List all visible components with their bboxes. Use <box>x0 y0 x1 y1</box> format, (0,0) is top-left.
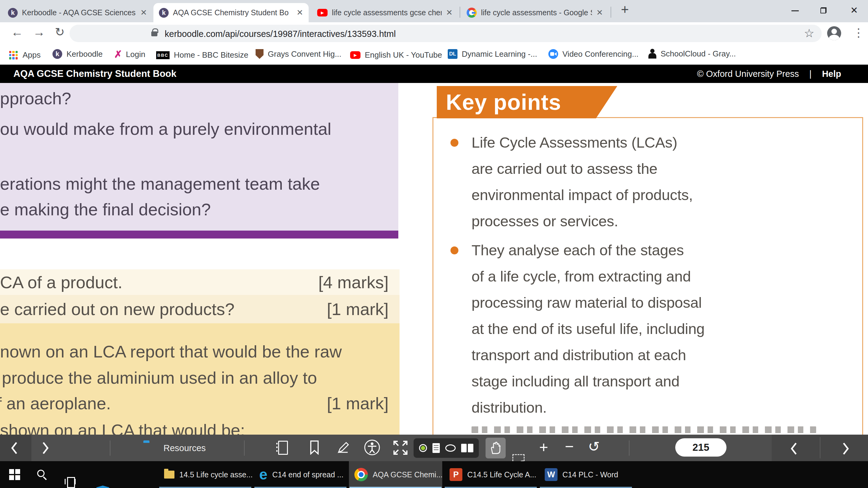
kerboodle-favicon-icon: k <box>53 49 62 59</box>
kerboodle-favicon-icon: k <box>159 8 169 18</box>
clipped-text-line <box>471 426 816 433</box>
app-header: AQA GCSE Chemistry Student Book © Oxford… <box>0 65 868 83</box>
toolbar-divider <box>629 440 629 456</box>
page-back-icon[interactable] <box>10 441 19 455</box>
tab-close-icon[interactable]: ✕ <box>596 8 603 18</box>
tab-kerboodle-sciences[interactable]: k Kerboodle - AQA GCSE Sciences ✕ <box>2 3 153 22</box>
reload-icon[interactable]: ↻ <box>55 25 65 39</box>
next-page-icon[interactable] <box>841 441 850 456</box>
zoom-in-button[interactable]: + <box>539 439 548 455</box>
mail-app-icon[interactable] <box>96 486 109 488</box>
selected-view-radio-icon[interactable] <box>419 444 427 452</box>
new-tab-button[interactable]: + <box>621 2 629 17</box>
zoom-out-button[interactable]: − <box>565 439 574 454</box>
bookmark-youtube[interactable]: ▶ English UK - YouTube <box>350 50 442 60</box>
tab-separator <box>611 7 611 18</box>
task-view-icon[interactable] <box>65 477 75 486</box>
running-indicator <box>254 487 346 488</box>
tab-close-icon[interactable]: ✕ <box>140 8 147 18</box>
taskbar-search-icon[interactable] <box>37 470 44 477</box>
question-text: erations might the management team take <box>0 174 320 194</box>
url-text[interactable]: kerboodle.com/api/courses/19987/interact… <box>165 29 396 39</box>
toolbar-divider <box>820 437 820 458</box>
running-indicator <box>540 487 632 488</box>
reset-zoom-icon[interactable]: ↺ <box>588 439 600 454</box>
window-minimize-button[interactable] <box>792 10 799 11</box>
toolbar-divider <box>110 440 111 456</box>
tab-title: life cycle assessments - Google S <box>481 8 592 17</box>
tab-close-icon[interactable]: ✕ <box>297 8 303 18</box>
fullscreen-icon[interactable] <box>393 440 408 455</box>
page-forward-icon[interactable] <box>41 441 50 455</box>
bbc-icon: BBC <box>156 51 169 59</box>
lock-icon <box>151 31 157 36</box>
browser-menu-icon[interactable]: ⋮ <box>853 26 864 39</box>
taskbar-item-word[interactable]: W C14 PLC - Word <box>539 461 632 488</box>
tab-title: AQA GCSE Chemistry Student Bo <box>173 8 292 17</box>
pan-hand-button[interactable] <box>486 438 506 458</box>
video-camera-icon <box>548 49 558 59</box>
copyright-text: © Oxford University Press <box>697 69 799 79</box>
notes-icon[interactable] <box>278 441 288 455</box>
question-text: pproach? <box>0 88 71 108</box>
view-mode-toggle[interactable] <box>413 438 479 458</box>
apps-grid-icon <box>9 51 18 59</box>
bookmark-login[interactable]: ✗ Login <box>114 49 145 60</box>
omnibox[interactable]: kerboodle.com/api/courses/19987/interact… <box>69 25 822 42</box>
bookmark-star-icon[interactable]: ☆ <box>804 27 814 40</box>
question-text: e carried out on new products? <box>0 299 235 319</box>
windows-taskbar: 14.5 Life cycle asse... e C14 end of spr… <box>0 461 868 488</box>
youtube-favicon-icon: ▶ <box>317 9 328 17</box>
youtube-icon: ▶ <box>350 51 361 59</box>
prev-page-icon[interactable] <box>789 441 799 456</box>
bookmark-dynamic-learning[interactable]: DL Dynamic Learning -... <box>448 49 537 59</box>
textbook-viewer[interactable]: pproach? ou would make from a purely env… <box>0 83 868 435</box>
taskbar-item-lifecycle-folder[interactable]: 14.5 Life cycle asse... <box>159 461 252 488</box>
page-number-input[interactable]: 215 <box>675 438 726 457</box>
taskbar-item-chrome-active[interactable]: AQA GCSE Chemi... <box>349 461 442 488</box>
folder-icon <box>164 470 175 479</box>
back-icon[interactable]: ← <box>11 25 23 39</box>
key-point-1: Life Cycle Assessments (LCAs) are carrie… <box>471 129 862 234</box>
window-restore-button[interactable] <box>820 7 827 13</box>
bookmark-grays-convent[interactable]: Grays Convent Hig... <box>255 49 341 59</box>
window-close-button[interactable]: ✕ <box>850 5 858 16</box>
tab-google-search-lca[interactable]: life cycle assessments - Google S ✕ <box>461 3 609 22</box>
bookmark-video-conferencing[interactable]: Video Conferencing... <box>548 49 639 59</box>
single-page-icon[interactable] <box>432 443 440 453</box>
taskbar-item-powerpoint[interactable]: P C14.5 Life Cycle A... <box>444 461 537 488</box>
chrome-icon <box>354 468 368 481</box>
toolbar-divider <box>244 440 245 456</box>
accessibility-icon[interactable] <box>364 439 381 456</box>
bullet-icon <box>451 139 458 147</box>
bookmark-kerboodle[interactable]: k Kerboodle <box>53 49 103 59</box>
forward-icon[interactable]: → <box>33 25 45 39</box>
tab-chemistry-student-book[interactable]: k AQA GCSE Chemistry Student Bo ✕ <box>153 3 309 22</box>
pencil-annotate-icon[interactable] <box>336 440 351 455</box>
running-indicator <box>445 487 537 488</box>
ellipse-view-icon[interactable] <box>445 445 456 452</box>
tab-title: Kerboodle - AQA GCSE Sciences <box>22 8 136 17</box>
bookmark-bbc-bitesize[interactable]: BBC Home - BBC Bitesize <box>156 50 248 60</box>
purple-divider-bar <box>0 231 398 239</box>
start-button[interactable] <box>9 469 20 480</box>
marks-label: [4 marks] <box>318 272 389 292</box>
tab-close-icon[interactable]: ✕ <box>446 8 453 18</box>
tab-youtube-lca[interactable]: ▶ life cycle assessments gcse chem ✕ <box>312 3 458 22</box>
help-link[interactable]: Help <box>822 69 841 79</box>
bookmark-ribbon-icon[interactable] <box>310 440 319 455</box>
bookmark-schoolcloud[interactable]: SchoolCloud - Gray... <box>648 49 736 59</box>
school-crest-icon <box>255 49 264 59</box>
powerpoint-icon: P <box>450 468 462 481</box>
apps-shortcut[interactable]: Apps <box>9 50 40 60</box>
questions-purple-panel: pproach? ou would make from a purely env… <box>0 83 398 231</box>
taskbar-item-edge[interactable]: e C14 end of spread ... <box>254 461 347 488</box>
profile-avatar[interactable] <box>827 26 841 40</box>
question-row: e carried out on new products? [1 mark] <box>0 295 400 323</box>
word-icon: W <box>545 468 558 481</box>
edge-icon: e <box>259 467 268 482</box>
question-text-clipped: shown on an LCA that would be: <box>0 420 245 435</box>
double-page-icon[interactable] <box>461 444 473 452</box>
header-separator: | <box>809 69 812 79</box>
page-number-value: 215 <box>692 441 709 453</box>
